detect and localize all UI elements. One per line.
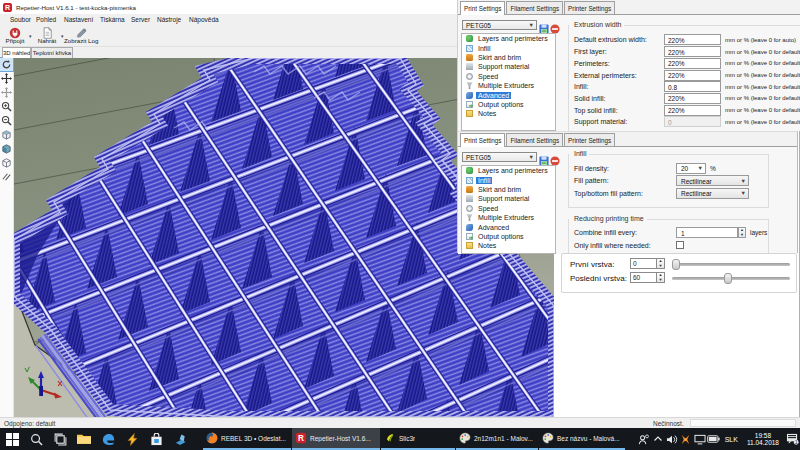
tree-item[interactable]: Advanced — [462, 90, 555, 99]
mixed-reality-viewer-icon[interactable] — [168, 428, 192, 450]
text-input[interactable]: 220% — [664, 58, 721, 69]
clock[interactable]: 19:5811.04.2018 — [747, 432, 779, 447]
tree-item[interactable]: Skirt and brim — [462, 185, 555, 194]
tree-item[interactable]: Layers and perimeters — [462, 166, 555, 175]
advanced-icon — [466, 224, 473, 231]
language-indicator[interactable]: SLK — [725, 436, 738, 443]
extrusion-field-row: Solid infill:220%mm or % (leave 0 for de… — [568, 94, 800, 105]
tree-item[interactable]: Output options — [462, 100, 555, 109]
tree-item[interactable]: Layers and perimeters — [462, 34, 555, 43]
store-icon[interactable] — [144, 428, 168, 450]
edge-icon[interactable] — [96, 428, 120, 450]
taskbar-app-paint2[interactable]: Bez názvu - Malová... — [539, 428, 625, 450]
show-log-button[interactable]: Zobrazit Log — [64, 24, 98, 44]
task-view-button[interactable] — [48, 428, 72, 450]
tree-item[interactable]: Speed — [462, 72, 555, 81]
tree-item[interactable]: Advanced — [462, 222, 555, 231]
taskbar-app-firefox[interactable]: REBEL 3D • Odeslat... — [203, 428, 291, 450]
connect-dropdown-caret[interactable]: ▾ — [29, 33, 32, 39]
spinner-buttons[interactable]: ▲▼ — [657, 258, 665, 269]
tree-item[interactable]: Notes — [462, 109, 555, 118]
extrusion-field-row: Top solid infill:220%mm or % (leave 0 fo… — [568, 106, 800, 117]
tab-temperature-curve[interactable]: Teplotní křivka — [31, 47, 73, 58]
menu-item[interactable]: Soubor — [10, 16, 31, 23]
tab-print-settings[interactable]: Print Settings — [460, 1, 505, 15]
last-layer-slider[interactable] — [672, 277, 790, 280]
connect-button[interactable]: Připojit — [2, 24, 28, 44]
slider-thumb[interactable] — [724, 273, 732, 284]
file-explorer-icon[interactable] — [72, 428, 96, 450]
combine-infill-input[interactable]: 1 — [676, 227, 738, 238]
notification-icon[interactable]: 1 — [784, 433, 800, 445]
iso-view-icon[interactable] — [0, 128, 13, 141]
people-icon[interactable] — [637, 434, 651, 445]
tree-item[interactable]: Multiple Extruders — [462, 81, 555, 90]
slicer-tabs: Print Settings Filament Settings Printer… — [460, 1, 616, 14]
rotate-view-icon[interactable] — [0, 58, 13, 71]
move-view-icon[interactable] — [0, 72, 13, 85]
tree-item[interactable]: Notes — [462, 241, 555, 250]
tab-print-settings[interactable]: Print Settings — [460, 133, 505, 147]
tree-item[interactable]: Infill — [462, 175, 555, 184]
menu-item[interactable]: Server — [131, 16, 150, 23]
spinner-buttons[interactable]: ▲▼ — [657, 272, 665, 283]
alcor-usb-icon[interactable] — [679, 434, 693, 445]
wireframe-cube-icon[interactable] — [0, 156, 13, 169]
tab-filament-settings[interactable]: Filament Settings — [506, 1, 563, 14]
tree-item[interactable]: Speed — [462, 204, 555, 213]
preset-select[interactable]: PETG05▼ — [462, 20, 537, 30]
battery-icon[interactable] — [707, 434, 721, 444]
tree-item[interactable]: Infill — [462, 43, 555, 52]
menu-item[interactable]: Nastavení — [64, 16, 93, 23]
menu-item[interactable]: Pohled — [36, 16, 56, 23]
tab-printer-settings[interactable]: Printer Settings — [564, 1, 615, 14]
text-input[interactable]: 220% — [664, 93, 721, 104]
display-icon[interactable] — [693, 434, 707, 445]
text-input[interactable]: 0.8 — [664, 81, 721, 92]
text-input[interactable]: 220% — [664, 34, 721, 45]
tree-item[interactable]: Support material — [462, 62, 555, 71]
tree-item[interactable]: Support material — [462, 194, 555, 203]
text-input[interactable]: 220% — [664, 46, 721, 57]
tree-item[interactable]: Multiple Extruders — [462, 213, 555, 222]
text-input[interactable]: 220% — [664, 70, 721, 81]
tray-expand-icon[interactable] — [651, 434, 665, 444]
text-input[interactable]: 0 — [664, 116, 721, 127]
first-layer-input[interactable]: 0 — [630, 258, 657, 269]
tab-printer-settings[interactable]: Printer Settings — [564, 133, 615, 146]
tab-3d-view[interactable]: 3D náhled — [2, 47, 31, 58]
winamp-icon[interactable] — [120, 428, 144, 450]
load-button[interactable]: Nahrát — [34, 24, 60, 44]
menu-item[interactable]: Nástroje — [157, 16, 181, 23]
tree-item[interactable]: Output options — [462, 232, 555, 241]
last-layer-input[interactable]: 60 — [630, 272, 657, 283]
taskbar-app-repetier[interactable]: RRepetier-Host V1.6... — [292, 428, 380, 450]
svg-text:1: 1 — [794, 440, 797, 445]
preset-select[interactable]: PETG05▼ — [462, 152, 537, 162]
menu-item[interactable]: Nápověda — [189, 16, 219, 23]
extrusion-field-row: Support material:0mm or % (leave 0 for d… — [568, 117, 800, 128]
tab-filament-settings[interactable]: Filament Settings — [506, 133, 563, 146]
first-layer-slider[interactable] — [672, 263, 790, 266]
zoom-in-icon[interactable] — [0, 100, 13, 113]
top-bottom-fill-pattern-select[interactable]: Rectilinear▼ — [676, 188, 749, 199]
paint-icon — [459, 432, 471, 444]
volume-icon[interactable] — [665, 434, 679, 445]
search-button[interactable] — [24, 428, 48, 450]
fill-pattern-select[interactable]: Rectilinear▼ — [676, 175, 749, 186]
slider-thumb[interactable] — [672, 259, 680, 270]
tree-item[interactable]: Skirt and brim — [462, 53, 555, 62]
fill-density-select[interactable]: 20▼ — [676, 163, 706, 174]
parallel-projection-icon[interactable] — [0, 170, 13, 183]
paint-icon — [542, 432, 554, 444]
taskbar-app-paint1[interactable]: 2n12m1n1 - Malov... — [456, 428, 538, 450]
start-button[interactable] — [0, 428, 24, 450]
spinner-buttons[interactable]: ▲▼ — [738, 227, 746, 238]
front-view-icon[interactable] — [0, 142, 13, 155]
zoom-out-icon[interactable] — [0, 114, 13, 127]
menu-item[interactable]: Tiskárna — [100, 16, 125, 23]
move-object-icon[interactable] — [0, 86, 13, 99]
taskbar-app-slic3r[interactable]: Slic3r — [381, 428, 455, 450]
only-infill-checkbox[interactable] — [676, 241, 684, 249]
text-input[interactable]: 220% — [664, 105, 721, 116]
